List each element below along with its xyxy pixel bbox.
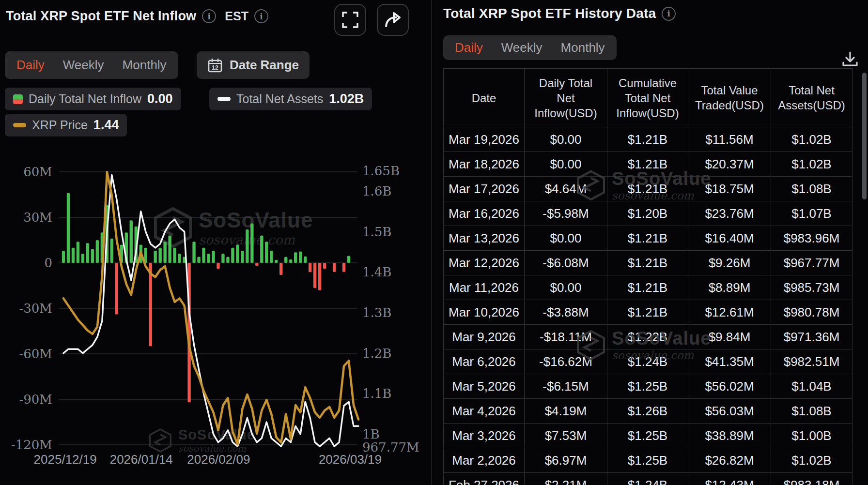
column-header: Total ValueTraded(USD): [688, 69, 771, 127]
cell-cumulative-inflow: $1.22B: [607, 325, 688, 349]
svg-text:30M: 30M: [23, 210, 52, 225]
table-tab-weekly[interactable]: Weekly: [501, 40, 542, 55]
table-tab-daily[interactable]: Daily: [455, 40, 483, 55]
legend-label: Total Net Assets: [236, 92, 323, 106]
table-row: Mar 5,2026-$6.15M$1.25B$56.02M$1.04B: [443, 374, 852, 399]
info-icon[interactable]: i: [254, 9, 268, 23]
fullscreen-button[interactable]: [334, 4, 366, 36]
legend-dash-gold[interactable]: XRP Price1.44: [5, 114, 127, 136]
cell-value-traded: $41.35M: [688, 349, 771, 374]
inflow-bar-icon: [13, 94, 23, 104]
cell-date: Mar 10,2026: [443, 300, 525, 324]
cell-value-traded: $12.61M: [688, 300, 771, 324]
cell-daily-inflow: $7.53M: [525, 424, 607, 448]
table-header-row: DateDaily TotalNetInflow(USD)CumulativeT…: [443, 69, 852, 127]
share-button[interactable]: [377, 4, 409, 36]
cell-value-traded: $38.89M: [688, 424, 771, 448]
cell-daily-inflow: $0.00: [525, 226, 607, 250]
cell-net-assets: $1.02B: [771, 448, 852, 472]
cell-cumulative-inflow: $1.26B: [607, 399, 688, 423]
cell-cumulative-inflow: $1.21B: [607, 152, 688, 176]
table-period-tabs: DailyWeeklyMonthly: [443, 35, 617, 60]
download-button[interactable]: [841, 50, 859, 71]
cell-daily-inflow: $0.00: [525, 127, 607, 152]
cell-net-assets: $982.51M: [771, 349, 852, 374]
cell-cumulative-inflow: $1.25B: [607, 374, 688, 398]
svg-text:1.5B: 1.5B: [362, 225, 391, 239]
legend-inflow-bar[interactable]: Daily Total Net Inflow0.00: [5, 88, 181, 110]
cell-date: Mar 6,2026: [443, 349, 525, 374]
cell-daily-inflow: $0.00: [525, 275, 607, 300]
legend-value: 0.00: [147, 91, 173, 106]
date-range-button[interactable]: 12 Date Range: [197, 51, 310, 79]
cell-date: Mar 5,2026: [443, 374, 525, 398]
cell-value-traded: $12.43M: [688, 473, 771, 485]
cell-daily-inflow: -$5.98M: [525, 201, 607, 226]
cell-cumulative-inflow: $1.21B: [607, 177, 688, 201]
cell-daily-inflow: $4.64M: [525, 177, 607, 201]
legend-value: 1.44: [93, 118, 119, 133]
history-table: DateDaily TotalNetInflow(USD)CumulativeT…: [443, 68, 852, 485]
table-body: Mar 19,2026$0.00$1.21B$11.56M$1.02BMar 1…: [443, 127, 852, 485]
calendar-icon: 12: [207, 58, 223, 73]
download-icon: [841, 50, 859, 69]
chart-tab-weekly[interactable]: Weekly: [63, 58, 104, 73]
dash-white-icon: [217, 97, 231, 101]
svg-text:-120M: -120M: [11, 438, 52, 452]
cell-daily-inflow: $4.19M: [525, 399, 607, 423]
cell-net-assets: $1.00B: [771, 424, 852, 448]
table-title: Total XRP Spot ETF History Data: [443, 6, 656, 21]
cell-date: Mar 16,2026: [443, 201, 525, 226]
cell-daily-inflow: $2.21M: [525, 473, 607, 485]
legend-label: Daily Total Net Inflow: [29, 92, 141, 106]
cell-daily-inflow: $6.97M: [525, 448, 607, 472]
svg-text:1.6B: 1.6B: [362, 184, 391, 198]
svg-text:12: 12: [212, 64, 218, 71]
cell-net-assets: $983.18M: [771, 473, 852, 485]
table-row: Mar 10,2026-$3.88M$1.21B$12.61M$980.78M: [443, 300, 852, 325]
table-row: Mar 11,2026$0.00$1.21B$8.89M$985.73M: [443, 275, 852, 300]
table-row: Mar 6,2026-$16.62M$1.24B$41.35M$982.51M: [443, 349, 852, 374]
chart-tab-monthly[interactable]: Monthly: [123, 58, 167, 73]
cell-cumulative-inflow: $1.24B: [607, 349, 688, 374]
table-row: Mar 19,2026$0.00$1.21B$11.56M$1.02B: [443, 127, 852, 152]
table-row: Mar 2,2026$6.97M$1.25B$26.82M$1.02B: [443, 448, 852, 473]
cell-date: Mar 13,2026: [443, 226, 525, 250]
column-header: Total NetAssets(USD): [771, 69, 852, 127]
legend-label: XRP Price: [32, 118, 88, 132]
dash-gold-icon: [13, 123, 26, 127]
cell-cumulative-inflow: $1.25B: [607, 448, 688, 472]
chart-title: Total XRP Spot ETF Net Inflow: [6, 9, 196, 24]
svg-text:1.4B: 1.4B: [362, 265, 391, 279]
cell-net-assets: $983.96M: [771, 226, 852, 250]
svg-text:1B: 1B: [362, 427, 380, 441]
table-scrollbar-thumb[interactable]: [862, 73, 867, 199]
svg-text:2026/03/19: 2026/03/19: [319, 452, 382, 467]
cell-cumulative-inflow: $1.21B: [607, 127, 688, 152]
table-row: Feb 27,2026$2.21M$1.24B$12.43M$983.18M: [443, 473, 852, 485]
cell-cumulative-inflow: $1.24B: [607, 473, 688, 485]
cell-net-assets: $1.04B: [771, 374, 852, 398]
info-icon[interactable]: i: [202, 9, 216, 23]
info-icon[interactable]: i: [662, 7, 676, 21]
cell-net-assets: $971.36M: [771, 325, 852, 349]
legend-dash-white[interactable]: Total Net Assets1.02B: [209, 88, 372, 110]
table-tab-monthly[interactable]: Monthly: [561, 40, 605, 55]
svg-text:-60M: -60M: [19, 347, 53, 361]
svg-text:60M: 60M: [23, 165, 52, 179]
svg-text:1.1B: 1.1B: [362, 386, 391, 401]
chart-tab-daily[interactable]: Daily: [16, 58, 45, 73]
cell-daily-inflow: -$6.08M: [525, 251, 607, 275]
svg-text:-90M: -90M: [19, 392, 53, 407]
cell-value-traded: $56.03M: [688, 399, 771, 423]
cell-date: Mar 4,2026: [443, 399, 525, 423]
share-icon: [383, 10, 403, 30]
cell-net-assets: $1.02B: [771, 127, 852, 152]
cell-value-traded: $8.89M: [688, 275, 771, 300]
table-row: Mar 18,2026$0.00$1.21B$20.37M$1.02B: [443, 152, 852, 177]
cell-net-assets: $1.07B: [771, 201, 852, 226]
cell-net-assets: $967.77M: [771, 251, 852, 275]
cell-cumulative-inflow: $1.25B: [607, 424, 688, 448]
history-data-panel: Total XRP Spot ETF History Data i DailyW…: [431, 0, 868, 485]
cell-daily-inflow: -$3.88M: [525, 300, 607, 324]
